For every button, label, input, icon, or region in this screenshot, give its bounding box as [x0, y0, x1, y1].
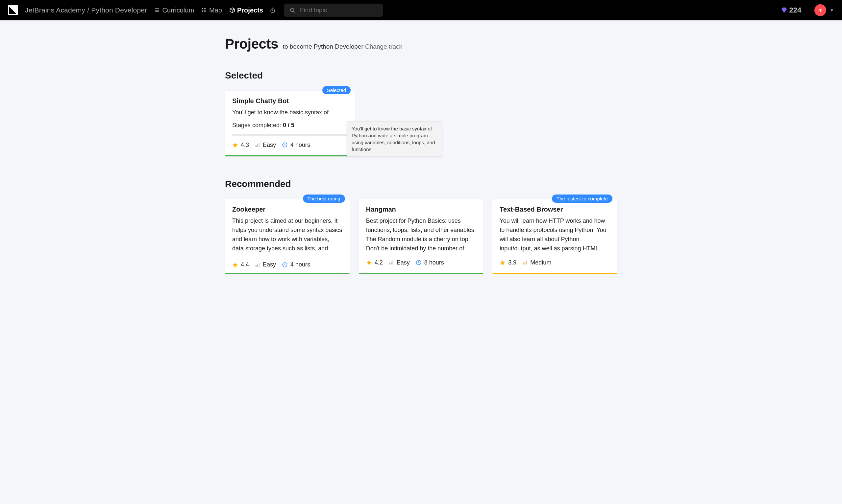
card-title: Zookeeper [232, 206, 342, 213]
difficulty: Medium [522, 259, 551, 266]
card-description: You will learn how HTTP works and how to… [500, 217, 610, 253]
nav-map[interactable]: Map [201, 6, 222, 14]
tooltip: You'll get to know the basic syntax of P… [347, 122, 442, 156]
list-icon [154, 7, 160, 13]
svg-rect-19 [257, 144, 258, 147]
svg-rect-28 [392, 260, 393, 265]
project-card[interactable]: Hangman Best project for Python Basics: … [359, 199, 483, 274]
rating: 4.4 [232, 261, 249, 268]
page-subtitle: to become Python Developer [283, 43, 363, 50]
svg-rect-26 [390, 263, 391, 265]
svg-rect-30 [523, 263, 524, 265]
card-title: Simple Chatty Bot [232, 97, 348, 105]
rating: 4.3 [232, 142, 249, 148]
difficulty: Easy [255, 261, 276, 268]
gem-counter[interactable]: 224 [780, 6, 801, 15]
card-title: Hangman [366, 206, 476, 213]
avatar[interactable]: T [814, 4, 826, 16]
svg-rect-18 [256, 146, 257, 147]
breadcrumb[interactable]: JetBrains Academy / Python Developer [25, 6, 147, 14]
time-estimate: 8 hours [416, 259, 444, 266]
svg-line-17 [293, 11, 295, 13]
time-estimate: 4 hours [282, 142, 310, 148]
chevron-down-icon[interactable]: ▼ [829, 7, 834, 13]
avatar-initial: T [819, 7, 822, 13]
page-title: Projects [225, 36, 278, 52]
header: JetBrains Academy / Python Developer Cur… [0, 0, 842, 20]
jetbrains-logo[interactable] [8, 5, 18, 15]
rating: 3.9 [500, 259, 516, 266]
stopwatch-icon [270, 7, 276, 13]
nav-projects[interactable]: Projects [229, 6, 263, 14]
section-selected-heading: Selected [225, 70, 617, 81]
search-input[interactable] [300, 6, 378, 14]
grid-icon [201, 7, 207, 13]
section-recommended-heading: Recommended [225, 179, 617, 189]
svg-rect-11 [205, 11, 206, 12]
project-card[interactable]: The fastest to complete Text-Based Brows… [492, 199, 617, 274]
card-title: Text-Based Browser [500, 206, 610, 213]
nav-label: Curriculum [162, 6, 194, 14]
svg-rect-8 [205, 10, 206, 11]
gem-icon [780, 6, 788, 14]
project-card-selected[interactable]: Selected Simple Chatty Bot You'll get to… [225, 91, 355, 156]
cube-icon [229, 7, 235, 13]
project-card[interactable]: The best rating Zookeeper This project i… [225, 199, 350, 274]
change-track-link[interactable]: Change track [365, 43, 402, 50]
svg-rect-20 [259, 143, 259, 147]
time-estimate: 4 hours [282, 261, 310, 268]
search-icon [289, 7, 295, 13]
svg-rect-23 [257, 264, 258, 267]
nav-label: Projects [237, 6, 263, 14]
card-stages: Stages completed: 0 / 5 [232, 122, 348, 129]
card-badge: The fastest to complete [552, 195, 613, 203]
difficulty: Easy [255, 142, 276, 148]
svg-rect-4 [204, 8, 205, 9]
svg-rect-10 [204, 11, 205, 12]
svg-rect-32 [526, 260, 527, 265]
card-description: This project is aimed at our beginners. … [232, 217, 342, 255]
svg-rect-3 [202, 8, 203, 9]
rating: 4.2 [366, 259, 383, 266]
card-badge: Selected [322, 86, 350, 94]
search-box[interactable] [284, 4, 383, 17]
svg-rect-31 [525, 262, 526, 265]
card-description: You'll get to know the basic syntax of [232, 108, 348, 117]
svg-rect-6 [202, 10, 203, 11]
card-description: Best project for Python Basics: uses fun… [366, 217, 476, 253]
nav-label: Map [209, 6, 222, 14]
svg-rect-22 [256, 265, 257, 267]
svg-rect-5 [205, 8, 206, 9]
svg-point-16 [290, 8, 294, 12]
nav-timer[interactable] [270, 7, 276, 13]
nav-curriculum[interactable]: Curriculum [154, 6, 194, 14]
svg-rect-9 [202, 11, 203, 12]
difficulty: Easy [389, 259, 410, 266]
card-badge: The best rating [303, 195, 345, 203]
svg-rect-24 [259, 263, 259, 267]
svg-rect-7 [204, 10, 205, 11]
progress-bar [232, 134, 348, 136]
gem-count: 224 [789, 6, 801, 15]
svg-rect-27 [391, 262, 392, 265]
